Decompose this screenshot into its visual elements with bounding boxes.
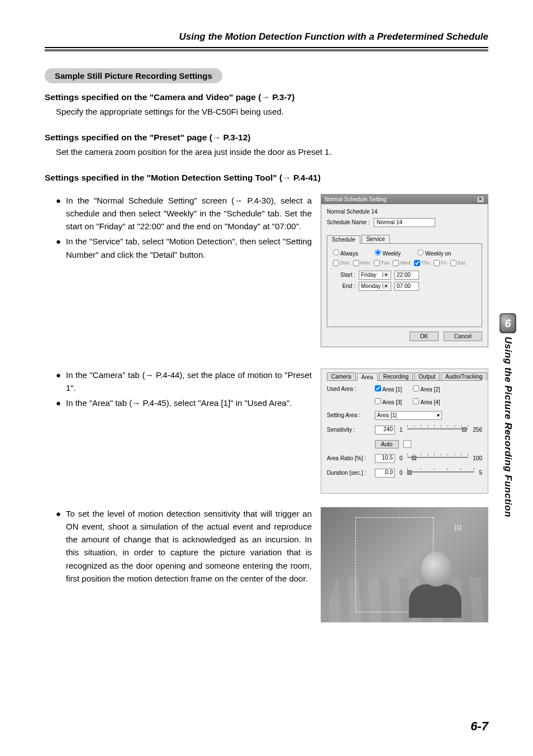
area4-label: Area [4]	[421, 399, 440, 405]
ratio-max: 100	[473, 455, 482, 461]
bullet-icon: ●	[56, 194, 66, 233]
duration-label: Duration [sec.] :	[327, 470, 370, 476]
chevron-down-icon: ▾	[382, 284, 389, 289]
bullet-icon: ●	[56, 235, 66, 261]
tab-output[interactable]: Output	[414, 372, 440, 380]
radio-weekly[interactable]: Weekly	[375, 249, 401, 257]
arrow-icon: →	[261, 92, 270, 102]
dialog-title: Normal Schedule Setting	[325, 196, 387, 202]
chk-area3[interactable]: Area [3]	[375, 398, 402, 405]
section-pill: Sample Still Picture Recording Settings	[45, 68, 222, 83]
area2-label: Area [2]	[421, 386, 440, 393]
tab-audio[interactable]: Audio/Tracking	[441, 372, 487, 380]
chk-tue[interactable]: Tue.	[374, 260, 391, 266]
area-settings-panel: Camera Area Recording Output Audio/Track…	[321, 368, 488, 494]
area-ratio-slider[interactable]	[407, 457, 469, 460]
person-body	[409, 584, 461, 618]
duration-slider[interactable]	[407, 471, 475, 475]
chk-sun[interactable]: Sun.	[333, 260, 351, 266]
end-time-input[interactable]: 07:00	[394, 282, 419, 291]
sec3-heading-a: Settings specified in the "Motion Detect…	[45, 173, 282, 182]
dialog-subtitle: Normal Schedule 14	[327, 209, 482, 215]
block1-bullet1: In the "Normal Schedule Setting" screen …	[66, 194, 312, 233]
chk-mon[interactable]: Mon.	[353, 260, 372, 266]
start-time-input[interactable]: 22:00	[394, 271, 419, 280]
setting-area-value: Area [1]	[377, 412, 397, 418]
end-day-value: Monday	[361, 283, 381, 289]
sec3-heading-b: P.4-41)	[291, 173, 321, 182]
tab-service[interactable]: Service	[361, 235, 390, 243]
bullet-icon: ●	[56, 507, 66, 585]
area-ratio-label: Area Ratio [%] :	[327, 455, 370, 461]
day-fri: Fri.	[441, 260, 448, 266]
used-area-label: Used Area :	[327, 386, 370, 392]
page-number: 6-7	[470, 719, 488, 734]
ratio-min: 0	[399, 455, 403, 461]
area1-label: Area [1]	[382, 386, 402, 393]
sec1-heading: Settings specified on the "Camera and Vi…	[45, 92, 488, 102]
cancel-button[interactable]: Cancel	[444, 332, 482, 341]
radio-weekly-on-label: Weekly on	[425, 251, 451, 257]
chk-sat[interactable]: Sat.	[450, 260, 467, 266]
sensitivity-slider[interactable]	[407, 428, 469, 432]
day-tue: Tue.	[381, 260, 391, 266]
tab-area[interactable]: Area	[357, 373, 378, 381]
schedule-name-label: Schedule Name :	[327, 219, 370, 225]
radio-always-label: Always	[340, 251, 358, 257]
block1-bullet2: In the "Service" tab, select "Motion Det…	[66, 235, 312, 261]
start-day-select[interactable]: Friday▾	[359, 271, 391, 280]
day-sun: Sun.	[340, 260, 351, 266]
day-mon: Mon.	[360, 260, 372, 266]
radio-always[interactable]: Always	[333, 249, 358, 257]
sec2-body: Set the camera zoom position for the are…	[56, 146, 488, 158]
auto-indicator	[403, 440, 411, 448]
chk-wed[interactable]: Wed.	[393, 260, 412, 266]
sec1-heading-b: P.3-7)	[270, 92, 295, 102]
schedule-name-input[interactable]: Normal 14	[374, 218, 435, 227]
start-label: Start :	[333, 272, 355, 278]
chk-area4[interactable]: Area [4]	[413, 398, 440, 405]
radio-weekly-label: Weekly	[383, 251, 401, 257]
block2-bullet2: In the "Area" tab (→ P.4-45), select "Ar…	[66, 396, 312, 409]
ok-button[interactable]: OK	[410, 332, 439, 341]
start-day-value: Friday	[361, 272, 377, 278]
dur-min: 0	[399, 470, 403, 476]
arrow-icon: →	[212, 133, 221, 142]
block2-bullet1: In the "Camera" tab (→ P.4-44), set the …	[66, 368, 312, 395]
chk-area1[interactable]: Area [1]	[375, 385, 402, 393]
auto-button[interactable]: Auto	[375, 440, 399, 448]
day-wed: Wed.	[400, 260, 412, 266]
block3-bullet1: To set the level of motion detection sen…	[66, 507, 312, 585]
sec2-heading: Settings specified on the "Preset" page …	[45, 133, 488, 143]
tab-camera[interactable]: Camera	[327, 372, 356, 380]
tab-schedule[interactable]: Schedule	[327, 235, 360, 244]
chk-thu[interactable]: Thu.	[414, 260, 431, 266]
chk-fri[interactable]: Fri.	[434, 260, 448, 266]
preview-person	[404, 545, 466, 618]
tab-recording[interactable]: Recording	[379, 372, 413, 380]
chapter-title-vertical: Using the Picture Recording Function	[502, 337, 513, 517]
sensitivity-label: Sensitivity :	[327, 427, 370, 433]
sec1-heading-a: Settings specified on the "Camera and Vi…	[45, 92, 261, 102]
setting-area-select[interactable]: Area [1]▾	[375, 411, 442, 420]
bullet-icon: ●	[56, 396, 66, 409]
area3-label: Area [3]	[382, 399, 402, 405]
chk-area2[interactable]: Area [2]	[413, 385, 440, 393]
arrow-icon: →	[282, 173, 291, 182]
header-rule	[45, 47, 488, 48]
duration-input[interactable]: 0.0	[375, 469, 395, 478]
schedule-dialog: Normal Schedule Setting ✕ Normal Schedul…	[321, 194, 488, 347]
sec2-heading-a: Settings specified on the "Preset" page …	[45, 133, 212, 142]
close-icon[interactable]: ✕	[477, 196, 484, 203]
radio-weekly-on[interactable]: Weekly on	[417, 249, 451, 257]
area-ratio-input[interactable]: 10.5	[375, 454, 395, 463]
chapter-badge: 6	[499, 313, 516, 333]
sec2-heading-b: P.3-12)	[221, 133, 250, 142]
end-day-select[interactable]: Monday▾	[359, 282, 391, 291]
person-head	[421, 552, 451, 587]
dur-max: 5	[479, 470, 482, 476]
sensitivity-input[interactable]: 240	[375, 426, 395, 434]
day-thu: Thu.	[421, 260, 431, 266]
bullet-icon: ●	[56, 368, 66, 395]
day-sat: Sat.	[458, 260, 467, 266]
